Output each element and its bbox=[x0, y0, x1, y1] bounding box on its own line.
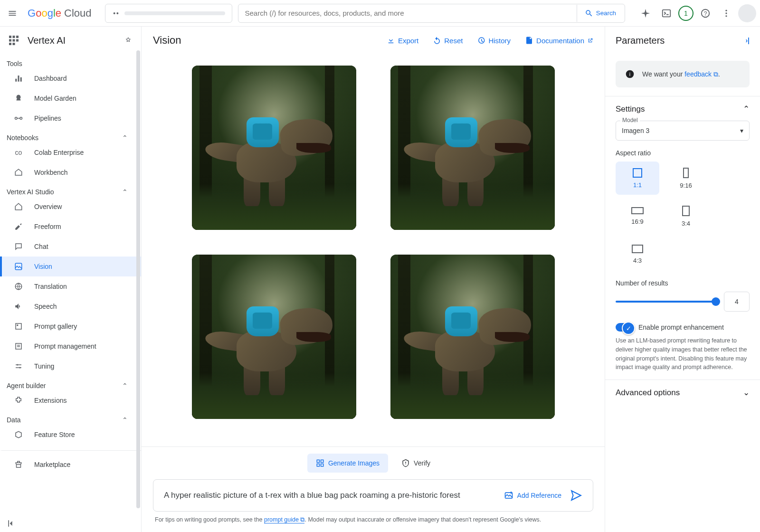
ratio-4-3[interactable]: 4:3 bbox=[616, 238, 659, 271]
cloud-shell-icon[interactable] bbox=[657, 4, 675, 22]
nav-colab[interactable]: coColab Enterprise bbox=[0, 142, 141, 162]
footer-text: For tips on writing good prompts, see th… bbox=[153, 512, 593, 528]
nav-overview[interactable]: Overview bbox=[0, 197, 141, 217]
nav-model-garden[interactable]: Model Garden bbox=[0, 88, 141, 108]
svg-point-16 bbox=[19, 367, 21, 369]
nav-speech[interactable]: Speech bbox=[0, 296, 141, 316]
collapse-sidebar-icon[interactable] bbox=[7, 519, 16, 528]
project-selector[interactable] bbox=[105, 4, 232, 23]
ratio-9-16[interactable]: 9:16 bbox=[664, 162, 708, 195]
search-button[interactable]: Search bbox=[577, 5, 624, 22]
section-studio[interactable]: Vertex AI Studio⌃ bbox=[0, 182, 141, 197]
export-button[interactable]: Export bbox=[387, 36, 418, 45]
results-value[interactable]: 4 bbox=[724, 292, 750, 312]
account-avatar[interactable] bbox=[738, 4, 756, 22]
gemini-icon[interactable] bbox=[636, 4, 655, 22]
nav-chat[interactable]: Chat bbox=[0, 237, 141, 256]
google-cloud-logo[interactable]: Google Cloud bbox=[28, 7, 92, 19]
generated-image-4[interactable] bbox=[390, 255, 555, 419]
ratio-1-1[interactable]: 1:1 bbox=[616, 162, 659, 195]
svg-point-1 bbox=[116, 12, 118, 14]
svg-rect-2 bbox=[663, 10, 671, 17]
svg-point-9 bbox=[20, 117, 22, 120]
generated-images-grid bbox=[142, 54, 605, 446]
section-agent[interactable]: Agent builder⌃ bbox=[0, 376, 141, 390]
more-icon[interactable] bbox=[717, 4, 735, 22]
content-header: Vision Export Reset History Documentatio… bbox=[142, 27, 605, 54]
ratio-16-9[interactable]: 16:9 bbox=[616, 200, 659, 233]
nav-workbench[interactable]: Workbench bbox=[0, 162, 141, 182]
aspect-label: Aspect ratio bbox=[616, 149, 750, 157]
reset-button[interactable]: Reset bbox=[433, 36, 463, 45]
history-button[interactable]: History bbox=[477, 36, 511, 45]
page-title: Vision bbox=[153, 34, 372, 47]
prompt-guide-link[interactable]: prompt guide ⧉ bbox=[264, 516, 304, 523]
vertex-ai-icon bbox=[7, 33, 21, 48]
collapse-panel-icon[interactable]: ›| bbox=[745, 37, 750, 44]
ratio-3-4[interactable]: 3:4 bbox=[664, 200, 708, 233]
enhance-label: Enable prompt enhancement bbox=[638, 323, 724, 331]
svg-text:i: i bbox=[629, 71, 630, 77]
nav-translation[interactable]: Translation bbox=[0, 276, 141, 296]
svg-rect-20 bbox=[321, 464, 323, 466]
advanced-header[interactable]: Advanced options⌄ bbox=[616, 388, 750, 398]
product-title: Vertex AI bbox=[28, 35, 117, 46]
svg-point-6 bbox=[725, 12, 727, 14]
panel-title: Parameters bbox=[616, 35, 665, 46]
tab-generate[interactable]: Generate Images bbox=[307, 454, 388, 473]
svg-rect-12 bbox=[16, 323, 21, 329]
generated-image-1[interactable] bbox=[192, 66, 356, 230]
search-input[interactable] bbox=[238, 4, 576, 22]
help-icon[interactable]: ? bbox=[696, 4, 714, 22]
results-label: Number of results bbox=[616, 279, 750, 287]
info-icon: i bbox=[625, 69, 635, 79]
add-reference-button[interactable]: Add Reference bbox=[504, 491, 561, 500]
nav-tuning[interactable]: Tuning bbox=[0, 356, 141, 376]
nav-featurestore[interactable]: Feature Store bbox=[0, 425, 141, 445]
top-bar: Google Cloud Search 1 ? bbox=[0, 0, 760, 27]
nav-prompt-mgmt[interactable]: Prompt management bbox=[0, 336, 141, 356]
svg-rect-17 bbox=[317, 460, 319, 462]
svg-point-8 bbox=[15, 117, 18, 120]
nav-freeform[interactable]: Freeform bbox=[0, 217, 141, 237]
section-data[interactable]: Data⌃ bbox=[0, 410, 141, 425]
enhance-toggle[interactable] bbox=[616, 323, 634, 332]
tab-verify[interactable]: Verify bbox=[393, 454, 439, 473]
svg-rect-13 bbox=[17, 324, 18, 326]
docs-button[interactable]: Documentation bbox=[525, 36, 593, 45]
svg-point-7 bbox=[725, 15, 727, 17]
generated-image-3[interactable] bbox=[192, 255, 356, 419]
prompt-box: Add Reference bbox=[153, 479, 593, 512]
nav-marketplace[interactable]: Marketplace bbox=[0, 450, 141, 474]
search-box: Search bbox=[238, 4, 626, 23]
nav-extensions[interactable]: Extensions bbox=[0, 390, 141, 410]
model-select[interactable]: Imagen 3▾ bbox=[616, 121, 750, 141]
nav-vision[interactable]: Vision bbox=[0, 256, 141, 276]
svg-point-15 bbox=[17, 364, 18, 366]
hamburger-menu-icon[interactable] bbox=[4, 5, 21, 22]
section-tools: Tools bbox=[0, 54, 141, 68]
generated-image-2[interactable] bbox=[390, 66, 555, 230]
svg-rect-19 bbox=[317, 464, 319, 466]
svg-point-0 bbox=[113, 12, 115, 14]
svg-text:?: ? bbox=[704, 10, 707, 17]
trial-badge[interactable]: 1 bbox=[678, 6, 694, 21]
settings-header[interactable]: Settings⌃ bbox=[616, 104, 750, 114]
parameters-panel: Parameters ›| i We want your feedback ⧉.… bbox=[605, 27, 760, 532]
svg-point-5 bbox=[725, 10, 727, 11]
feedback-link[interactable]: feedback ⧉ bbox=[684, 70, 718, 78]
nav-prompt-gallery[interactable]: Prompt gallery bbox=[0, 316, 141, 336]
nav-pipelines[interactable]: Pipelines bbox=[0, 108, 141, 128]
enhance-help: Use an LLM-based prompt rewriting featur… bbox=[616, 336, 750, 372]
sidebar: Vertex AI Tools Dashboard Model Garden P… bbox=[0, 27, 142, 532]
prompt-input[interactable] bbox=[164, 491, 495, 500]
pin-icon[interactable] bbox=[124, 36, 133, 45]
feedback-banner: i We want your feedback ⧉. bbox=[616, 61, 750, 87]
results-slider[interactable] bbox=[616, 301, 716, 303]
svg-rect-18 bbox=[321, 460, 323, 462]
nav-dashboard[interactable]: Dashboard bbox=[0, 68, 141, 88]
send-button[interactable] bbox=[570, 489, 582, 502]
section-notebooks[interactable]: Notebooks⌃ bbox=[0, 128, 141, 142]
